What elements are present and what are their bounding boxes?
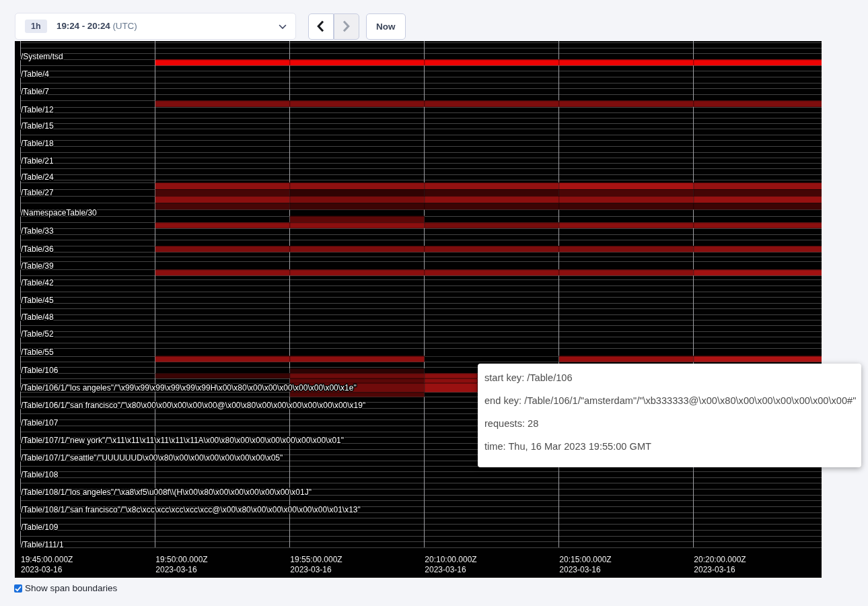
svg-text:/Table/107: /Table/107 [21, 418, 59, 428]
svg-text:/Table/106/1/"san francisco"/": /Table/106/1/"san francisco"/"\x80\x00\x… [21, 401, 365, 410]
svg-text:/Table/108: /Table/108 [21, 470, 59, 479]
svg-text:20:20:00.000Z: 20:20:00.000Z [694, 555, 746, 564]
svg-text:2023-03-16: 2023-03-16 [694, 565, 735, 574]
svg-text:/Table/45: /Table/45 [21, 296, 54, 305]
svg-text:/Table/33: /Table/33 [21, 226, 54, 236]
svg-text:/Table/106/1/"los angeles"/"\x: /Table/106/1/"los angeles"/"\x99\x99\x99… [21, 383, 357, 393]
svg-text:2023-03-16: 2023-03-16 [290, 565, 332, 574]
svg-text:19:50:00.000Z: 19:50:00.000Z [155, 555, 207, 564]
svg-text:20:10:00.000Z: 20:10:00.000Z [425, 555, 476, 564]
svg-text:19:55:00.000Z: 19:55:00.000Z [290, 555, 342, 564]
svg-text:/Table/107/1/"new york"/"\x11\: /Table/107/1/"new york"/"\x11\x11\x11\x1… [21, 436, 344, 445]
svg-text:/Table/106: /Table/106 [21, 366, 59, 375]
svg-text:/Table/48: /Table/48 [21, 312, 54, 322]
svg-text:/Table/24: /Table/24 [21, 172, 54, 182]
svg-text:2023-03-16: 2023-03-16 [559, 565, 601, 574]
svg-text:/Table/107/1/"seattle"/"UUUUUU: /Table/107/1/"seattle"/"UUUUUUD\x00\x80\… [21, 453, 283, 463]
svg-text:/Table/36: /Table/36 [21, 244, 54, 254]
svg-text:/Table/109: /Table/109 [21, 523, 59, 532]
svg-text:/NamespaceTable/30: /NamespaceTable/30 [21, 208, 97, 217]
svg-text:2023-03-16: 2023-03-16 [155, 565, 197, 574]
svg-text:/Table/52: /Table/52 [21, 329, 54, 339]
svg-text:/Table/108/1/"san francisco"/": /Table/108/1/"san francisco"/"\x8c\xcc\x… [21, 505, 361, 514]
svg-text:/Table/55: /Table/55 [21, 347, 54, 357]
svg-text:20:15:00.000Z: 20:15:00.000Z [559, 555, 611, 564]
svg-text:/Table/12: /Table/12 [21, 105, 54, 114]
svg-text:2023-03-16: 2023-03-16 [425, 565, 466, 574]
svg-text:/System/tsd: /System/tsd [21, 52, 63, 61]
svg-text:/Table/4: /Table/4 [21, 69, 49, 79]
svg-text:/Table/108/1/"los angeles"/"\x: /Table/108/1/"los angeles"/"\xa8\xf5\u00… [21, 487, 312, 497]
svg-text:/Table/42: /Table/42 [21, 278, 54, 288]
svg-text:/Table/27: /Table/27 [21, 188, 54, 197]
svg-text:/Table/15: /Table/15 [21, 121, 54, 131]
svg-text:2023-03-16: 2023-03-16 [21, 565, 63, 574]
svg-text:/Table/39: /Table/39 [21, 261, 54, 271]
svg-text:/Table/21: /Table/21 [21, 156, 54, 166]
svg-text:19:45:00.000Z: 19:45:00.000Z [21, 555, 73, 564]
svg-text:/Table/111/1: /Table/111/1 [21, 540, 64, 549]
svg-text:/Table/7: /Table/7 [21, 87, 49, 96]
svg-text:/Table/18: /Table/18 [21, 139, 54, 148]
